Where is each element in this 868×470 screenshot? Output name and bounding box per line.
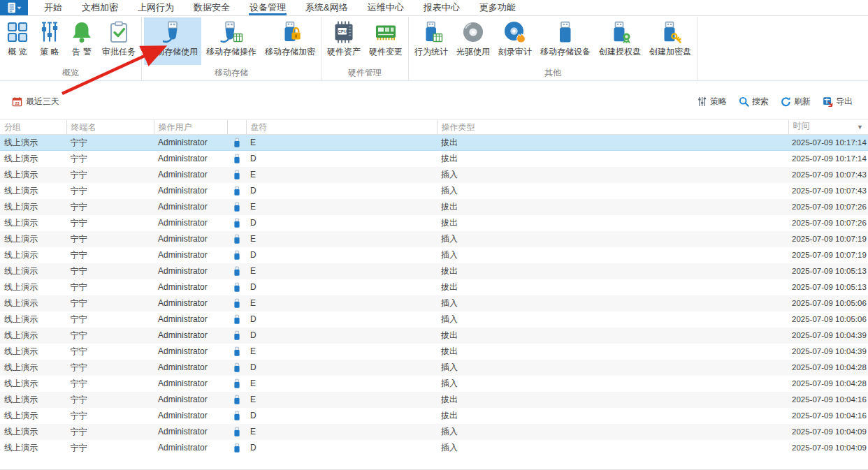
table-row-7[interactable]: 线上演示宁宁AdministratorD插入2025-07-09 10:07:1… [0,247,868,263]
table-row-12[interactable]: 线上演示宁宁AdministratorD拔出2025-07-09 10:04:3… [0,328,868,344]
column-header-2[interactable]: 操作用户 [154,120,227,135]
cell-terminal: 宁宁 [66,247,154,263]
table-row-19[interactable]: 线上演示宁宁AdministratorD插入2025-07-09 10:04:0… [0,440,868,456]
table-row-13[interactable]: 线上演示宁宁AdministratorE拔出2025-07-09 10:04:3… [0,344,868,360]
table-row-0[interactable]: 线上演示宁宁AdministratorE拔出2025-07-09 10:17:1… [0,135,868,151]
ribbon-button-bell[interactable]: 告 警 [66,17,97,65]
cell-drive: E [246,263,437,279]
table-row-14[interactable]: 线上演示宁宁AdministratorD插入2025-07-09 10:04:2… [0,360,868,376]
table-row-15[interactable]: 线上演示宁宁AdministratorE插入2025-07-09 10:04:2… [0,376,868,392]
ribbon-button-label: 移动存储使用 [147,46,198,58]
cell-terminal: 宁宁 [66,424,154,440]
cell-terminal: 宁宁 [66,279,154,295]
cell-drive: D [246,247,437,263]
menu-tab-2[interactable]: 上网行为 [128,0,184,15]
cell-user: Administrator [154,311,227,328]
ribbon-button-usb-medal[interactable]: 创建授权盘 [595,17,644,65]
toolbar-actions: 策略搜索刷新导出 [697,96,853,108]
cell-drive: D [246,440,437,456]
table-row-5[interactable]: 线上演示宁宁AdministratorD拔出2025-07-09 10:07:2… [0,215,868,231]
column-header-0[interactable]: 分组 [0,120,66,135]
ribbon-button-usb-plug[interactable]: 移动存储使用 [144,17,201,65]
cell-user: Administrator [154,279,227,295]
table-row-2[interactable]: 线上演示宁宁AdministratorE插入2025-07-09 10:07:4… [0,167,868,183]
menu-tab-6[interactable]: 运维中心 [358,0,414,15]
menu-tab-8[interactable]: 更多功能 [470,0,526,15]
ribbon-button-disc-flame[interactable]: 刻录审计 [495,17,535,65]
cell-drive: D [246,328,437,344]
ribbon-button-usb-plug-table[interactable]: 移动存储操作 [203,17,260,65]
cell-terminal: 宁宁 [66,311,154,328]
app-menu-button[interactable] [0,0,28,15]
ribbon-button-label: 移动存储设备 [540,46,591,58]
cell-time: 2025-07-09 10:07:19 [788,247,868,263]
toolbar-action-search[interactable]: 搜索 [739,96,769,108]
column-header-1[interactable]: 终端名 [66,120,154,135]
column-header-label: 时间 [793,121,810,131]
column-header-3[interactable] [227,120,246,135]
cell-terminal: 宁宁 [66,376,154,392]
calendar-icon: 23 [12,96,22,107]
menu-tab-0[interactable]: 开始 [34,0,72,15]
column-header-5[interactable]: 操作类型 [437,120,788,135]
cell-action: 插入 [437,360,788,376]
toolbar-action-sliders-small[interactable]: 策略 [697,96,727,108]
toolbar-action-export[interactable]: 导出 [823,96,853,108]
export-icon [823,96,833,107]
table-row-10[interactable]: 线上演示宁宁AdministratorE插入2025-07-09 10:05:0… [0,295,868,311]
grid-icon [6,20,29,44]
ribbon-button-label: 策 略 [40,46,59,58]
ribbon-button-label: 移动存储操作 [206,46,256,58]
table-row-17[interactable]: 线上演示宁宁AdministratorD拔出2025-07-09 10:04:1… [0,408,868,424]
cell-device-icon [227,376,246,392]
table-row-4[interactable]: 线上演示宁宁AdministratorE拔出2025-07-09 10:07:2… [0,199,868,215]
table-row-18[interactable]: 线上演示宁宁AdministratorE插入2025-07-09 10:04:0… [0,424,868,440]
column-header-6[interactable]: 时间▼ [788,120,868,135]
table-row-6[interactable]: 线上演示宁宁AdministratorE插入2025-07-09 10:07:1… [0,231,868,247]
toolbar-action-refresh[interactable]: 刷新 [781,96,811,108]
usb-drive-icon [233,330,240,341]
cell-time: 2025-07-09 10:05:13 [788,279,868,295]
table-row-16[interactable]: 线上演示宁宁AdministratorE拔出2025-07-09 10:04:1… [0,392,868,408]
cell-group: 线上演示 [0,424,66,440]
sort-dropdown-icon[interactable]: ▼ [857,120,863,134]
usb-plug-table-icon [219,20,243,44]
ribbon-button-usb[interactable]: 移动存储设备 [537,17,594,65]
cell-drive: D [246,215,437,231]
ribbon-button-sliders[interactable]: 策 略 [34,17,65,65]
usb-drive-icon [233,234,240,244]
cell-terminal: 宁宁 [66,231,154,247]
cell-user: Administrator [154,328,227,344]
ribbon-button-cpu[interactable]: CPU硬件资产 [324,17,364,65]
usb-drive-icon [233,362,240,373]
date-range-filter[interactable]: 23 最近三天 [12,96,59,108]
cell-time: 2025-07-09 10:04:28 [788,376,868,392]
cell-time: 2025-07-09 10:05:06 [788,311,868,328]
ribbon-button-grid[interactable]: 概 览 [2,17,33,65]
ribbon-button-usb-table[interactable]: 行为统计 [411,17,451,65]
ribbon-button-disc[interactable]: 光驱使用 [453,17,493,65]
menu-tab-7[interactable]: 报表中心 [414,0,470,15]
ribbon-button-clipboard-check[interactable]: 审批任务 [99,17,139,65]
table-row-9[interactable]: 线上演示宁宁AdministratorD拔出2025-07-09 10:05:1… [0,279,868,295]
table-row-3[interactable]: 线上演示宁宁AdministratorD插入2025-07-09 10:07:4… [0,183,868,199]
table-row-8[interactable]: 线上演示宁宁AdministratorE拔出2025-07-09 10:05:1… [0,263,868,279]
table-row-11[interactable]: 线上演示宁宁AdministratorD插入2025-07-09 10:05:0… [0,311,868,328]
menu-tab-4[interactable]: 设备管理 [240,0,296,15]
cell-terminal: 宁宁 [66,215,154,231]
usb-drive-icon [233,250,240,260]
cell-user: Administrator [154,231,227,247]
ribbon-button-usb-lock[interactable]: 移动存储加密 [261,17,319,65]
menu-tab-1[interactable]: 文档加密 [72,0,128,15]
column-header-4[interactable]: 盘符 [246,120,437,135]
cell-group: 线上演示 [0,231,66,247]
table-row-1[interactable]: 线上演示宁宁AdministratorD拔出2025-07-09 10:17:1… [0,151,868,167]
ribbon-button-circuit[interactable]: 硬件变更 [366,17,406,65]
cell-action: 拔出 [437,344,788,360]
date-range-label: 最近三天 [26,96,59,108]
menu-tab-3[interactable]: 数据安全 [184,0,240,15]
cell-action: 拔出 [437,263,788,279]
ribbon-button-usb-key[interactable]: 创建加密盘 [646,17,695,65]
menu-tab-5[interactable]: 系统&网络 [296,0,358,15]
cell-group: 线上演示 [0,328,66,344]
